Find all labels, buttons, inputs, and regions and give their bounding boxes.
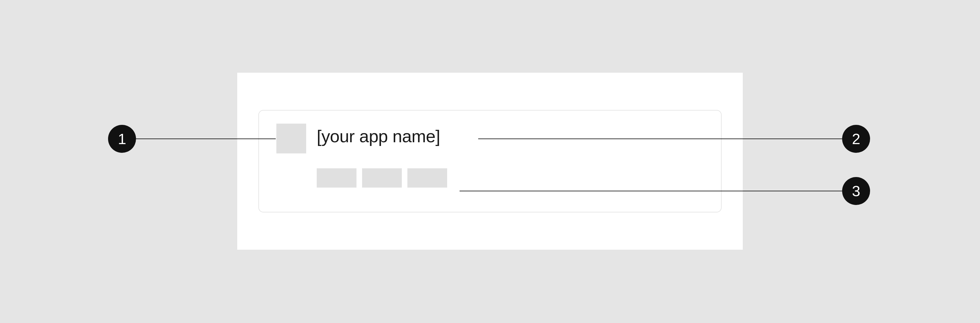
chips-row bbox=[317, 168, 447, 188]
callout-number: 1 bbox=[118, 130, 126, 148]
app-card: [your app name] bbox=[258, 110, 722, 212]
callout-badge-2: 2 bbox=[842, 125, 870, 153]
app-title: [your app name] bbox=[317, 126, 440, 146]
callout-badge-1: 1 bbox=[108, 125, 136, 153]
chip-placeholder bbox=[317, 168, 356, 188]
chip-placeholder bbox=[407, 168, 447, 188]
app-icon-placeholder bbox=[276, 124, 306, 153]
callout-number: 2 bbox=[852, 130, 861, 148]
callout-badge-3: 3 bbox=[842, 177, 870, 205]
diagram-panel: [your app name] bbox=[237, 73, 743, 250]
chip-placeholder bbox=[362, 168, 402, 188]
callout-number: 3 bbox=[852, 183, 861, 200]
